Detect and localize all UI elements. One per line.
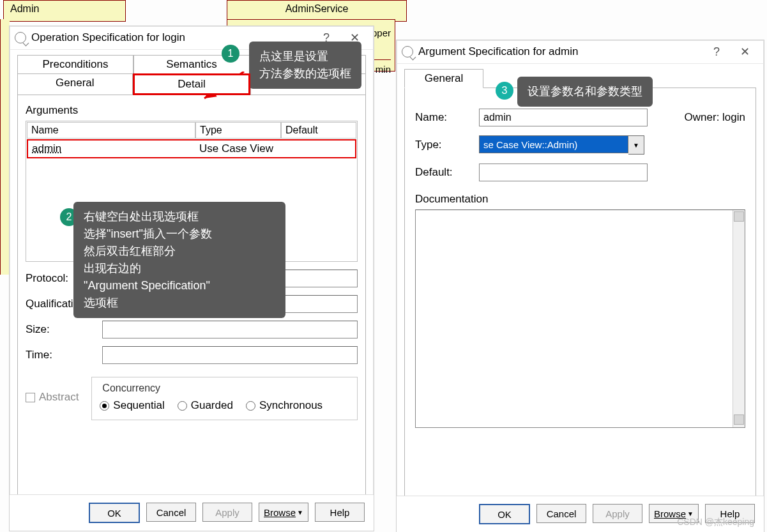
chevron-down-icon: ▼ — [297, 509, 303, 516]
scroll-down-icon[interactable] — [734, 414, 744, 425]
type-combobox[interactable]: se Case View::Admin) ▼ — [479, 135, 644, 155]
col-name[interactable]: Name — [27, 122, 195, 139]
arg-type-cell[interactable]: Use Case View — [195, 141, 280, 157]
ok-button[interactable]: OK — [89, 503, 140, 523]
window-title: Argument Specification for admin — [418, 45, 702, 58]
concurrency-legend: Concurrency — [100, 383, 163, 394]
radio-sequential[interactable]: Sequential — [100, 399, 164, 412]
close-icon[interactable]: ✕ — [731, 45, 759, 59]
apply-button[interactable]: Apply — [593, 504, 642, 523]
col-type[interactable]: Type — [195, 122, 281, 139]
watermark: CSDN @杰keeping — [677, 517, 754, 528]
documentation-label: Documentation — [415, 193, 745, 206]
titlebar[interactable]: Argument Specification for admin ? ✕ — [397, 40, 764, 64]
callout-1: 点这里是设置 方法参数的选项框 — [249, 42, 361, 89]
arguments-label: Arguments — [26, 104, 358, 117]
checkbox-icon — [26, 393, 35, 402]
concurrency-group: Concurrency Sequential Guarded Synchrono… — [91, 377, 358, 420]
argument-spec-dialog: Argument Specification for admin ? ✕ Gen… — [396, 40, 764, 532]
time-label: Time: — [26, 349, 102, 361]
tab-detail[interactable]: Detail — [133, 73, 251, 95]
ok-button[interactable]: OK — [479, 504, 530, 524]
arg-name-cell[interactable]: admin — [28, 141, 195, 157]
tab-general[interactable]: General — [17, 73, 133, 95]
radio-icon — [100, 401, 109, 411]
radio-icon — [246, 401, 255, 411]
apply-button[interactable]: Apply — [202, 503, 252, 522]
radio-guarded[interactable]: Guarded — [178, 399, 233, 412]
chevron-down-icon[interactable]: ▼ — [628, 135, 644, 155]
tab-general[interactable]: General — [404, 69, 483, 88]
callout-2: 右键空白处出现选项框 选择"insert"插入一个参数 然后双击红框部分 出现右… — [73, 202, 285, 318]
name-input[interactable]: admin — [479, 109, 648, 126]
cancel-button[interactable]: Cancel — [536, 504, 586, 523]
default-label: Default: — [415, 166, 479, 179]
callout-3: 设置参数名和参数类型 — [517, 77, 653, 107]
radio-synchronous[interactable]: Synchronous — [246, 399, 323, 412]
default-input[interactable] — [479, 163, 648, 181]
scrollbar[interactable] — [733, 210, 745, 427]
uml-class-adminservice: AdminService — [227, 0, 407, 22]
owner-label: Owner: login — [685, 111, 745, 124]
type-label: Type: — [415, 139, 479, 151]
type-value[interactable]: se Case View::Admin) — [479, 135, 628, 153]
abstract-label: Abstract — [39, 391, 79, 404]
button-bar: OK Cancel Apply Browse▼ Help — [10, 494, 374, 531]
badge-1: 1 — [222, 45, 239, 63]
name-label: Name: — [415, 111, 479, 124]
size-input[interactable] — [102, 321, 358, 338]
chevron-down-icon: ▼ — [687, 510, 694, 517]
time-input[interactable] — [102, 346, 358, 364]
tab-preconditions[interactable]: Preconditions — [17, 55, 133, 74]
abstract-checkbox[interactable]: Abstract — [26, 391, 79, 404]
uml-left-strip — [0, 19, 10, 275]
argument-row[interactable]: admin Use Case View — [27, 139, 356, 158]
arg-default-cell[interactable] — [280, 141, 287, 157]
badge-3: 3 — [496, 82, 513, 100]
magnifier-icon — [15, 32, 26, 43]
uml-class-admin: Admin — [3, 0, 126, 22]
help-icon[interactable]: ? — [702, 45, 731, 59]
col-default[interactable]: Default — [281, 122, 356, 139]
magnifier-icon — [402, 46, 413, 57]
documentation-textarea[interactable] — [415, 209, 745, 428]
cancel-button[interactable]: Cancel — [146, 503, 196, 522]
browse-button[interactable]: Browse▼ — [259, 503, 308, 522]
scroll-up-icon[interactable] — [734, 211, 744, 222]
size-label: Size: — [26, 323, 102, 336]
uml-partial-text2: min — [372, 59, 391, 75]
radio-icon — [178, 401, 187, 411]
help-button[interactable]: Help — [315, 503, 365, 522]
